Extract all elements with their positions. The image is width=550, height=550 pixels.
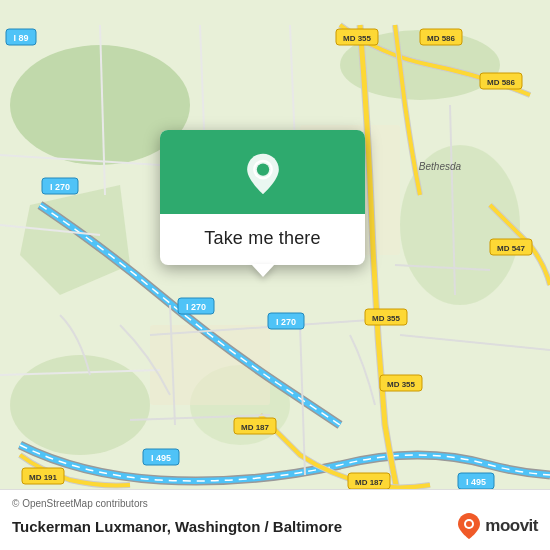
- bottom-info-row: Tuckerman Luxmanor, Washington / Baltimo…: [12, 512, 538, 540]
- svg-marker-2: [20, 185, 130, 295]
- location-title: Tuckerman Luxmanor, Washington / Baltimo…: [12, 518, 342, 535]
- svg-point-52: [256, 163, 268, 175]
- svg-text:Bethesda: Bethesda: [419, 161, 462, 172]
- svg-text:I 495: I 495: [466, 477, 486, 487]
- svg-text:MD 586: MD 586: [487, 78, 516, 87]
- popup-green-header: [160, 130, 365, 214]
- svg-text:MD 355: MD 355: [372, 314, 401, 323]
- map-roads: I 270 I 270 I 270 I 495 I 495 MD 191 MD …: [0, 0, 550, 550]
- svg-text:MD 586: MD 586: [427, 34, 456, 43]
- take-me-there-button[interactable]: Take me there: [204, 228, 320, 249]
- svg-text:MD 355: MD 355: [387, 380, 416, 389]
- svg-text:MD 191: MD 191: [29, 473, 58, 482]
- svg-text:I 270: I 270: [186, 302, 206, 312]
- svg-line-17: [290, 25, 295, 145]
- osm-attribution: © OpenStreetMap contributors: [12, 498, 538, 509]
- svg-text:I 270: I 270: [276, 317, 296, 327]
- svg-text:MD 187: MD 187: [241, 423, 270, 432]
- location-pin-icon: [241, 152, 285, 196]
- svg-text:MD 187: MD 187: [355, 478, 384, 487]
- svg-line-13: [400, 335, 550, 350]
- moovit-pin-icon: [457, 512, 481, 540]
- popup-card: Take me there: [160, 130, 365, 265]
- svg-point-55: [466, 521, 472, 527]
- svg-text:MD 355: MD 355: [343, 34, 372, 43]
- moovit-logo: moovit: [457, 512, 538, 540]
- moovit-brand-text: moovit: [485, 516, 538, 536]
- svg-text:MD 547: MD 547: [497, 244, 526, 253]
- svg-text:I 495: I 495: [151, 453, 171, 463]
- svg-text:I 270: I 270: [50, 182, 70, 192]
- bottom-bar: © OpenStreetMap contributors Tuckerman L…: [0, 489, 550, 550]
- svg-text:I 89: I 89: [13, 33, 28, 43]
- map-container: I 270 I 270 I 270 I 495 I 495 MD 191 MD …: [0, 0, 550, 550]
